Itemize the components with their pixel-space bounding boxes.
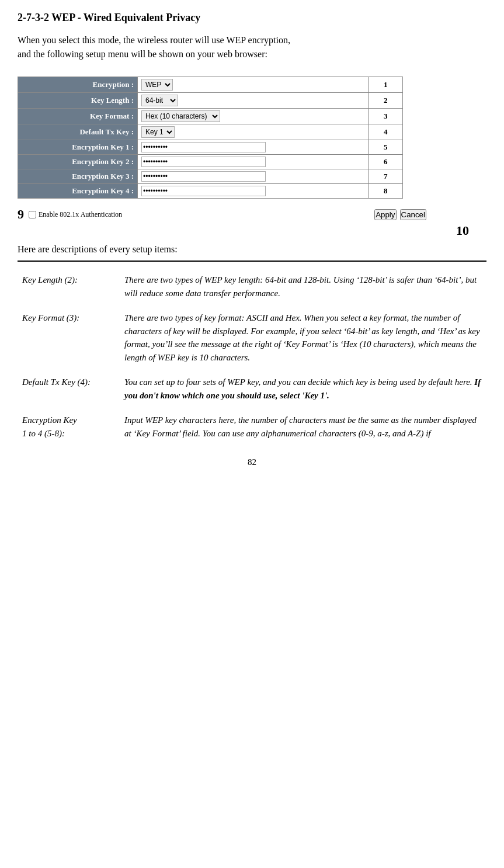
- table-row: Encryption : WEP 1: [18, 77, 403, 93]
- num-8: 8: [369, 184, 403, 199]
- table-row: Default Tx Key : Key 1 Key 2 Key 3 Key 4…: [18, 124, 403, 140]
- enc-key4-cell: [138, 184, 369, 199]
- encryption-select[interactable]: WEP: [141, 79, 173, 91]
- num-3: 3: [369, 109, 403, 124]
- wep-table: Encryption : WEP 1 Key Length : 64-bit 1…: [18, 77, 403, 199]
- descriptions-table: Key Length (2): There are two types of W…: [18, 268, 486, 446]
- key-format-label: Key Format :: [18, 109, 138, 124]
- desc-label-keylength: Key Length (2):: [18, 268, 120, 305]
- num-1: 1: [369, 77, 403, 93]
- page-number: 82: [18, 457, 486, 467]
- desc-text-keylength: There are two types of WEP key length: 6…: [120, 268, 486, 305]
- num-4: 4: [369, 124, 403, 140]
- desc-text-keyformat: There are two types of key format: ASCII…: [120, 305, 486, 370]
- apply-button[interactable]: Apply: [374, 209, 396, 220]
- wep-config-section: Encryption : WEP 1 Key Length : 64-bit 1…: [18, 71, 486, 238]
- num-6: 6: [369, 155, 403, 169]
- key-length-select-cell: 64-bit 128-bit: [138, 93, 369, 109]
- desc-row-keylength: Key Length (2): There are two types of W…: [18, 268, 486, 305]
- default-tx-key-label: Default Tx Key :: [18, 124, 138, 140]
- enc-key3-input[interactable]: [141, 171, 266, 182]
- num-7: 7: [369, 169, 403, 184]
- enc-key2-label: Encryption Key 2 :: [18, 155, 138, 169]
- enc-key4-label: Encryption Key 4 :: [18, 184, 138, 199]
- desc-label-keyformat: Key Format (3):: [18, 305, 120, 370]
- key-length-label: Key Length :: [18, 93, 138, 109]
- key-length-select[interactable]: 64-bit 128-bit: [141, 95, 178, 106]
- default-tx-key-select-cell: Key 1 Key 2 Key 3 Key 4: [138, 124, 369, 140]
- bottom-controls: 9 Enable 802.1x Authentication Apply Can…: [18, 207, 426, 222]
- checkbox-label: Enable 802.1x Authentication: [29, 210, 122, 219]
- desc-label-enckey: Encryption Key1 to 4 (5-8):: [18, 408, 120, 446]
- desc-row-keyformat: Key Format (3): There are two types of k…: [18, 305, 486, 370]
- encryption-select-cell: WEP: [138, 77, 369, 93]
- enc-key3-label: Encryption Key 3 :: [18, 169, 138, 184]
- table-row: Encryption Key 3 : 7: [18, 169, 403, 184]
- desc-text-enckey: Input WEP key characters here, the numbe…: [120, 408, 486, 446]
- page-title: 2-7-3-2 WEP - Wired Equivalent Privacy: [18, 12, 486, 24]
- num-5: 5: [369, 140, 403, 155]
- num-10-label: 10: [18, 223, 486, 238]
- table-wrap: Encryption : WEP 1 Key Length : 64-bit 1…: [18, 71, 486, 204]
- table-row: Key Format : Hex (10 characters) ASCII (…: [18, 109, 403, 124]
- table-row: Encryption Key 1 : 5: [18, 140, 403, 155]
- checkbox-text: Enable 802.1x Authentication: [39, 210, 122, 219]
- enc-key3-cell: [138, 169, 369, 184]
- divider: [18, 261, 486, 262]
- desc-row-enckey: Encryption Key1 to 4 (5-8): Input WEP ke…: [18, 408, 486, 446]
- enc-key4-input[interactable]: [141, 186, 266, 196]
- enc-key1-input[interactable]: [141, 142, 266, 152]
- here-desc-text: Here are descriptions of every setup ite…: [18, 244, 486, 255]
- default-tx-key-select[interactable]: Key 1 Key 2 Key 3 Key 4: [141, 126, 175, 138]
- table-row: Encryption Key 4 : 8: [18, 184, 403, 199]
- key-format-select[interactable]: Hex (10 characters) ASCII (5 characters): [141, 110, 220, 122]
- enc-key1-label: Encryption Key 1 :: [18, 140, 138, 155]
- key-format-select-cell: Hex (10 characters) ASCII (5 characters): [138, 109, 369, 124]
- desc-text-defaulttx: You can set up to four sets of WEP key, …: [120, 370, 486, 408]
- enc-key2-input[interactable]: [141, 157, 266, 167]
- num-9-label: 9: [18, 207, 24, 222]
- desc-row-defaulttx: Default Tx Key (4): You can set up to fo…: [18, 370, 486, 408]
- enc-key1-cell: [138, 140, 369, 155]
- num-2: 2: [369, 93, 403, 109]
- table-row: Encryption Key 2 : 6: [18, 155, 403, 169]
- table-row: Key Length : 64-bit 128-bit 2: [18, 93, 403, 109]
- desc-label-defaulttx: Default Tx Key (4):: [18, 370, 120, 408]
- enc-key2-cell: [138, 155, 369, 169]
- encryption-label: Encryption :: [18, 77, 138, 93]
- cancel-button[interactable]: Cancel: [400, 209, 427, 220]
- intro-text: When you select this mode, the wireless …: [18, 33, 486, 61]
- enable-802x-checkbox[interactable]: [29, 211, 36, 218]
